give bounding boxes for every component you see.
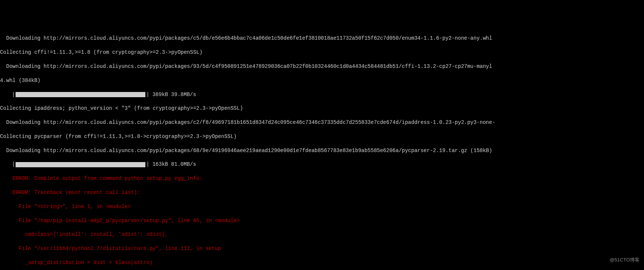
progress-pipe: |	[12, 161, 15, 168]
error-line: File "/usr/lib64/python2.7/distutils/cor…	[0, 245, 644, 252]
error-line: _setup_distribution = dist = klass(attrs…	[0, 259, 644, 266]
progress-bar-row: || 163kB 81.0MB/s	[0, 161, 644, 168]
progress-stats: 163kB 81.0MB/s	[149, 161, 196, 168]
output-line: Collecting cffi!=1.11.3,>=1.8 (from cryp…	[0, 49, 644, 56]
progress-stats: 389kB 39.8MB/s	[149, 91, 196, 98]
error-line: File "/tmp/pip-install-m4pZ_p/pycparser/…	[0, 217, 644, 224]
output-line: Downloading http://mirrors.cloud.aliyunc…	[0, 63, 644, 70]
watermark-text: @51CTO博客	[610, 257, 640, 263]
output-line: Collecting ipaddress; python_version < "…	[0, 105, 644, 112]
output-line: Downloading http://mirrors.cloud.aliyunc…	[0, 119, 644, 126]
output-line: 4.whl (384kB)	[0, 77, 644, 84]
progress-pipe: |	[146, 161, 149, 168]
progress-bar-fill	[16, 162, 145, 167]
error-line: cmdclass={'install': install, 'sdist': s…	[0, 231, 644, 238]
output-line: Collecting pycparser (from cffi!=1.11.3,…	[0, 133, 644, 140]
error-line: File "<string>", line 1, in <module>	[0, 203, 644, 210]
progress-bar-row: || 389kB 39.8MB/s	[0, 91, 644, 98]
terminal-output: Downloading http://mirrors.cloud.aliyunc…	[0, 28, 644, 270]
output-line: Downloading http://mirrors.cloud.aliyunc…	[0, 35, 644, 42]
progress-bar-fill	[16, 92, 145, 97]
error-line: ERROR: Complete output from command pyth…	[0, 175, 644, 182]
output-line: Downloading http://mirrors.cloud.aliyunc…	[0, 147, 644, 154]
progress-pipe: |	[146, 91, 149, 98]
error-line: ERROR: Traceback (most recent call last)…	[0, 189, 644, 196]
progress-pipe: |	[12, 91, 15, 98]
